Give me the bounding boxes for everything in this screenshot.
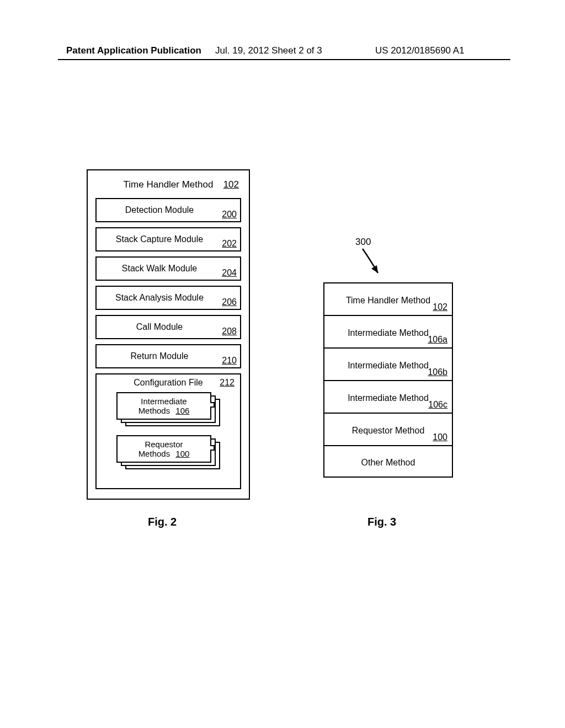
header-date-sheet: Jul. 19, 2012 Sheet 2 of 3 [215,45,322,56]
fig3-row-ref: 106a [428,335,447,345]
module-detection: Detection Module 200 [95,198,241,222]
fig2-title: Time Handler Method 102 [95,179,241,190]
module-call: Call Module 208 [95,315,241,339]
config-title: Configuration File 212 [102,378,234,388]
config-title-ref: 212 [220,378,234,388]
stack-line1: Requestor [145,440,183,449]
header-pubnumber: US 2012/0185690 A1 [375,45,465,56]
fig3-row-time-handler: Time Handler Method 102 [324,283,452,316]
stack-page-front: Requestor Methods 100 [116,435,211,463]
stack-line2: Methods [138,406,170,415]
fig3-row-ref: 106c [428,400,447,410]
module-ref: 200 [222,210,237,220]
module-label: Stack Walk Module [97,264,240,274]
fig2-title-label: Time Handler Method [124,179,214,190]
module-label: Stack Analysis Module [97,293,240,303]
stack-tab-icon [210,445,215,451]
fig3-row-ref: 102 [433,302,447,312]
figure-3-stack: Time Handler Method 102 Intermediate Met… [323,282,453,478]
fig3-row-label: Requestor Method [329,426,447,436]
module-return: Return Module 210 [95,344,241,368]
stack-line1: Intermediate [141,397,186,406]
header-rule [58,59,510,60]
stack-page-front: Intermediate Methods 106 [116,392,211,420]
stack-tab-icon [210,402,215,408]
fig2-title-ref: 102 [223,179,239,190]
stack-line2-row: Methods 100 [138,449,190,458]
fig3-row-intermediate-b: Intermediate Method 106b [324,349,452,381]
figure-3-caption: Fig. 3 [367,516,396,528]
module-ref: 208 [222,326,237,336]
fig3-row-intermediate-a: Intermediate Method 106a [324,316,452,349]
fig3-row-other: Other Method [324,446,452,477]
module-ref: 210 [222,356,237,366]
configuration-file-box: Configuration File 212 Intermediate Meth… [95,373,241,489]
fig3-pointer-label: 300 [355,237,371,248]
module-label: Stack Capture Module [97,234,240,244]
fig3-row-ref: 100 [433,432,447,442]
fig3-row-label: Time Handler Method [329,296,447,306]
module-label: Call Module [97,322,240,332]
fig3-row-intermediate-c: Intermediate Method 106c [324,381,452,414]
module-ref: 204 [222,268,237,278]
module-ref: 206 [222,297,237,307]
stack-ref: 100 [175,449,189,458]
fig3-row-requestor: Requestor Method 100 [324,414,452,446]
header-publication: Patent Application Publication [66,45,201,56]
fig3-row-ref: 106b [428,367,447,377]
stack-intermediate-methods: Intermediate Methods 106 [116,392,220,426]
config-title-label: Configuration File [134,378,202,387]
module-label: Return Module [97,351,240,361]
fig3-row-label: Other Method [329,458,447,468]
module-stack-capture: Stack Capture Module 202 [95,227,241,251]
module-label: Detection Module [97,205,240,215]
stack-line2-row: Methods 106 [138,406,190,415]
stack-requestor-methods: Requestor Methods 100 [116,435,220,469]
module-stack-analysis: Stack Analysis Module 206 [95,286,241,310]
stack-line2: Methods [138,449,170,458]
patent-page: Patent Application Publication Jul. 19, … [0,0,565,728]
pointer-arrow-icon [359,248,387,281]
stack-ref: 106 [175,406,189,415]
figure-2-box: Time Handler Method 102 Detection Module… [87,169,250,500]
figure-2-caption: Fig. 2 [148,516,177,528]
module-stack-walk: Stack Walk Module 204 [95,256,241,281]
module-ref: 202 [222,239,237,249]
